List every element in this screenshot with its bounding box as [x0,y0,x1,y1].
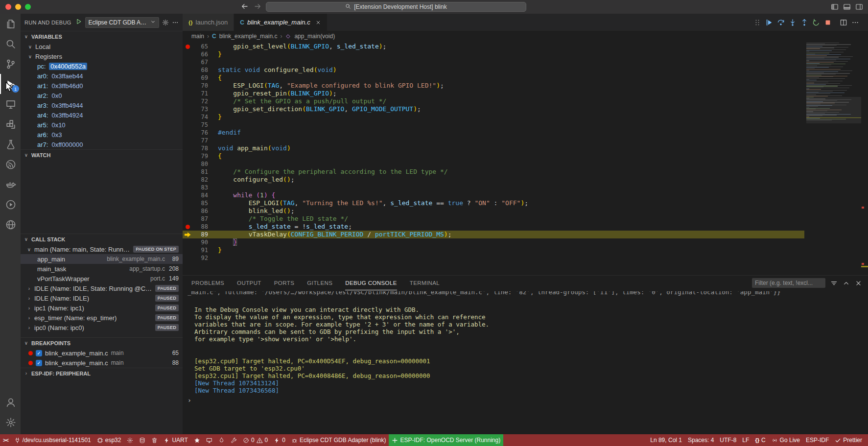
code-line-81[interactable]: 81 /* Configure the peripheral according… [183,168,804,176]
console-input[interactable]: › [188,397,868,404]
status-indentation[interactable]: Spaces: 4 [685,434,717,446]
panel-tab-terminal[interactable]: TERMINAL [410,276,440,290]
code-line-91[interactable]: 91} [183,246,804,254]
register-row[interactable]: ar4:0x3ffb4924 [21,110,183,120]
code-line-68[interactable]: 68static void configure_led(void) [183,66,804,74]
stack-frame[interactable]: app_mainblink_example_main.c89 [21,254,183,264]
variables-group[interactable]: ∨Registers [21,51,183,61]
maximize-panel-icon[interactable] [843,280,850,287]
panel-tab-gitlens[interactable]: GITLENS [307,276,332,290]
status-build-flash-monitor[interactable] [215,434,228,446]
code-line-69[interactable]: 69{ [183,74,804,82]
status-qemu[interactable] [191,434,203,446]
thread-row[interactable]: ›esp_timer (Name: esp_timer)PAUSED [21,313,183,323]
code-line-85[interactable]: 85 ESP_LOGI(TAG, "Turning the LED %s!", … [183,199,804,207]
activity-item-live-preview[interactable] [0,194,21,214]
status-clean[interactable] [148,434,161,446]
filter-lines-icon[interactable] [830,280,838,287]
register-row[interactable]: ar7:0xff000000 [21,140,183,149]
step-out-button[interactable] [799,18,809,27]
debug-gear-icon[interactable] [162,19,169,26]
code-line-89[interactable]: 89 vTaskDelay(CONFIG_BLINK_PERIOD / port… [183,231,804,238]
activity-item-source-control[interactable] [0,54,21,74]
register-row[interactable]: pc:0x400d552a [21,61,183,71]
breadcrumb-item[interactable]: blink_example_main.c [219,33,278,40]
code-line-66[interactable]: 66} [183,50,804,58]
step-over-button[interactable] [776,18,786,27]
tab-launch.json[interactable]: {}launch.json [183,14,234,31]
code-line-80[interactable]: 80 [183,160,804,168]
status-monitor[interactable] [203,434,215,446]
breakpoint-item[interactable]: ✓blink_example_main.cmain65 [21,348,183,358]
register-row[interactable]: ar6:0x3 [21,130,183,140]
launch-config-select[interactable]: Eclipse CDT GDB Adapter [85,17,159,28]
code-line-78[interactable]: 78void app_main(void) [183,144,804,152]
panel-tab-output[interactable]: OUTPUT [237,276,261,290]
forward-button[interactable] [254,2,261,12]
breakpoint-icon[interactable] [186,225,190,229]
activity-item-espressif[interactable] [0,154,21,174]
debug-more-icon[interactable] [172,19,179,26]
variables-group[interactable]: ∨Local [21,42,183,51]
breadcrumb-item[interactable]: main [191,33,204,40]
toggle-sidebar-icon[interactable] [831,3,839,13]
breakpoint-checkbox[interactable]: ✓ [36,360,42,366]
status-flash-method[interactable]: UART [161,434,190,446]
activity-item-run-and-debug[interactable]: 1 [0,74,21,94]
register-row[interactable]: ar1:0x3ffb46d0 [21,81,183,91]
status-flash-count[interactable]: 0 [271,434,288,446]
activity-item-docker[interactable] [0,174,21,194]
more-button[interactable] [850,18,860,27]
activity-item-testing[interactable] [0,134,21,154]
start-debug-button[interactable] [75,18,82,26]
continue-button[interactable] [764,18,774,27]
activity-item-accounts[interactable] [0,392,21,412]
panel-tab-debug-console[interactable]: DEBUG CONSOLE [345,276,397,290]
thread-row[interactable]: ›IDLE (Name: IDLE)PAUSED [21,293,183,303]
close-panel-icon[interactable] [855,280,862,287]
thread-row[interactable]: ›ipc0 (Name: ipc0)PAUSED [21,323,183,332]
code-line-76[interactable]: 76#endif [183,129,804,137]
code-line-79[interactable]: 79{ [183,152,804,160]
zoom-window-button[interactable] [25,4,31,10]
code-line-84[interactable]: 84 while (1) { [183,191,804,199]
activity-item-explorer[interactable] [0,14,21,34]
thread-row[interactable]: ›ipc1 (Name: ipc1)PAUSED [21,303,183,313]
status-doctor[interactable] [228,434,240,446]
status-esp-idf[interactable]: ESP-IDF [803,434,832,446]
code-editor[interactable]: 65 gpio_set_level(BLINK_GPIO, s_led_stat… [183,42,868,275]
minimize-window-button[interactable] [15,4,21,10]
status-eol[interactable]: LF [739,434,752,446]
toggle-panel-icon[interactable] [843,3,851,13]
code-line-77[interactable]: 77 [183,137,804,144]
panel-tab-ports[interactable]: PORTS [274,276,294,290]
status-menuconfig[interactable] [124,434,136,446]
status-remote[interactable]: >< [0,434,11,446]
status-go-live[interactable]: Go Live [769,434,803,446]
status-cursor-position[interactable]: Ln 89, Col 1 [647,434,685,446]
register-row[interactable]: ar0:0x3ffaeb44 [21,71,183,81]
console-filter-input[interactable] [752,278,825,288]
code-line-73[interactable]: 73 gpio_set_direction(BLINK_GPIO, GPIO_M… [183,105,804,113]
breakpoints-section-header[interactable]: ∨ BREAKPOINTS [21,337,183,348]
panel-tab-problems[interactable]: PROBLEMS [191,276,224,290]
restart-button[interactable] [811,18,821,27]
step-into-button[interactable] [788,18,798,27]
activity-item-remote-explorer[interactable] [0,94,21,114]
stack-frame[interactable]: main_taskapp_startup.c208 [21,264,183,274]
status-language-mode[interactable]: {}C [752,434,768,446]
activity-item-network[interactable] [0,214,21,235]
activity-item-search[interactable] [0,34,21,54]
register-row[interactable]: ar5:0x10 [21,120,183,130]
activity-item-extensions[interactable] [0,114,21,134]
register-row[interactable]: ar3:0x3ffb4944 [21,100,183,110]
code-line-65[interactable]: 65 gpio_set_level(BLINK_GPIO, s_led_stat… [183,43,804,50]
call-stack-section-header[interactable]: ∨ CALL STACK [21,234,183,244]
stop-button[interactable] [823,18,833,27]
status-problems[interactable]: 00 [240,434,271,446]
breakpoint-icon[interactable] [186,45,190,49]
code-line-67[interactable]: 67 [183,58,804,66]
peripheral-section-header[interactable]: › ESP-IDF: PERIPHERAL [21,368,183,378]
watch-section-header[interactable]: ∨ WATCH [21,149,183,160]
status-device-target[interactable]: esp32 [94,434,124,446]
